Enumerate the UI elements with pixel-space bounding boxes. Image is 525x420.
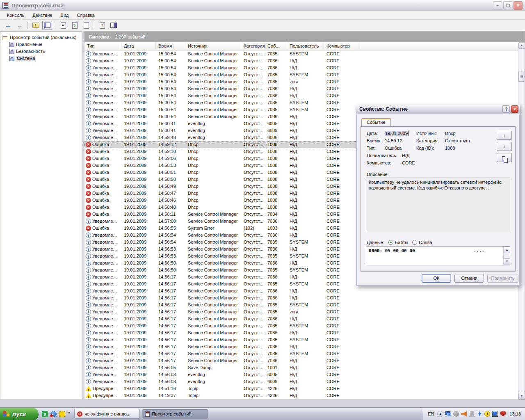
event-row[interactable]: iУведомле...19.01.200915:00:54Service Co…: [84, 92, 518, 99]
forward-button[interactable]: →: [15, 21, 25, 30]
tray-collapse-icon[interactable]: <: [437, 411, 443, 417]
window-titlebar[interactable]: Просмотр событий – ×: [0, 0, 525, 11]
volume-icon[interactable]: [461, 411, 467, 417]
event-row[interactable]: iУведомле...19.01.200915:00:54Service Co…: [84, 71, 518, 78]
copy-event-button[interactable]: [497, 153, 512, 162]
panel-divider[interactable]: [82, 31, 84, 400]
event-row[interactable]: iУведомле...19.01.200914:56:17Service Co…: [84, 329, 518, 336]
event-row[interactable]: iУведомле...19.01.200914:56:05Save DumpО…: [84, 364, 518, 371]
properties-button[interactable]: ☛: [58, 21, 68, 30]
event-row[interactable]: iУведомле...19.01.200914:56:17Service Co…: [84, 336, 518, 343]
column-header-3[interactable]: Источник: [185, 42, 241, 50]
sidebar-item-Система[interactable]: Система: [9, 55, 80, 62]
hex-data-box[interactable]: 0000: 05 00 00 00 .... ▲ ▼: [366, 246, 510, 265]
cell-source: Service Control Manager: [185, 343, 241, 350]
task-button-event-viewer[interactable]: Просмотр событий: [142, 409, 208, 419]
tree-item-label: Система: [16, 56, 36, 61]
dialog-close-button[interactable]: ×: [511, 105, 518, 113]
event-row[interactable]: iУведомле...19.01.200914:56:17Service Co…: [84, 357, 518, 364]
show-panel-button[interactable]: [109, 21, 119, 30]
restore-button[interactable]: [503, 1, 512, 10]
menu-1[interactable]: Действие: [29, 12, 56, 18]
event-row[interactable]: iУведомле...19.01.200915:00:54Service Co…: [84, 50, 518, 57]
info-icon: i: [86, 260, 91, 266]
security-shield-icon[interactable]: [500, 411, 506, 417]
event-row[interactable]: iУведомле...19.01.200915:00:54Service Co…: [84, 85, 518, 92]
dialog-help-button[interactable]: ?: [502, 105, 510, 113]
event-row[interactable]: iУведомле...19.01.200914:56:17Service Co…: [84, 288, 518, 294]
task-button-browser[interactable]: O че за фигня с виндо...: [74, 409, 140, 419]
apply-button[interactable]: Применить: [487, 274, 518, 283]
scroll-down-icon[interactable]: ▼: [518, 393, 525, 399]
show-tree-button[interactable]: [42, 21, 52, 30]
event-row[interactable]: iУведомле...19.01.200914:56:17Service Co…: [84, 294, 518, 301]
column-header-4[interactable]: Категория: [241, 42, 265, 50]
cell-source: Service Control Manager: [185, 260, 241, 267]
tab-event[interactable]: Событие: [361, 118, 391, 127]
event-row[interactable]: iУведомле...19.01.200914:56:17Service Co…: [84, 308, 518, 315]
event-row[interactable]: iУведомле...19.01.200914:56:03eventlogОт…: [84, 371, 518, 378]
cell-type: iУведомле...: [84, 308, 121, 315]
event-row[interactable]: iУведомле...19.01.200914:56:17Service Co…: [84, 322, 518, 329]
messenger-icon[interactable]: [50, 411, 57, 417]
menu-2[interactable]: Вид: [57, 12, 73, 18]
back-button[interactable]: ←: [3, 21, 13, 30]
menu-3[interactable]: Справка: [73, 12, 98, 18]
date-value[interactable]: 19.01.2009: [385, 131, 409, 136]
scheduler-clock-icon[interactable]: [484, 411, 490, 417]
qip-icon[interactable]: [59, 411, 65, 417]
hex-scroll-down-icon[interactable]: ▼: [504, 258, 510, 265]
event-row[interactable]: !Предупре...19.01.200914:19:37TcpipОтсут…: [84, 392, 518, 399]
cell-type: iУведомле...: [84, 120, 121, 127]
utorrent-icon[interactable]: µ: [42, 411, 48, 417]
column-header-6[interactable]: Пользователь: [287, 42, 324, 50]
source-value: Dhcp: [445, 131, 456, 136]
taskbar-clock[interactable]: 13:18: [509, 411, 521, 416]
event-row[interactable]: iУведомле...19.01.200914:56:17Service Co…: [84, 350, 518, 357]
export-list-button[interactable]: →: [81, 21, 91, 30]
cancel-button[interactable]: Отмена: [454, 274, 484, 283]
description-text[interactable]: Компьютеру не удалось инициализировать с…: [366, 178, 510, 232]
player-orb-icon[interactable]: [453, 411, 459, 417]
dialog-titlebar[interactable]: Свойства: Событие ? ×: [356, 105, 520, 114]
event-row[interactable]: iУведомле...19.01.200915:00:54Service Co…: [84, 78, 518, 85]
event-row[interactable]: iУведомле...19.01.200914:56:17Service Co…: [84, 343, 518, 350]
start-button[interactable]: пуск: [0, 408, 39, 420]
device-icon[interactable]: [469, 411, 475, 417]
minimize-button[interactable]: –: [493, 1, 502, 10]
ok-button[interactable]: ОК: [422, 274, 451, 283]
cell-time: 15:00:54: [156, 78, 185, 85]
sidebar-item-Безопасность[interactable]: Безопасность: [9, 48, 80, 55]
event-row[interactable]: iУведомле...19.01.200915:00:54Service Co…: [84, 64, 518, 71]
menu-0[interactable]: Консоль: [3, 12, 28, 18]
column-header-0[interactable]: Тип: [84, 42, 121, 50]
event-row[interactable]: iУведомле...19.01.200914:56:03eventlogОт…: [84, 378, 518, 385]
close-button[interactable]: ×: [514, 1, 523, 10]
event-row[interactable]: iУведомле...19.01.200915:00:54Service Co…: [84, 57, 518, 64]
event-row[interactable]: !Предупре...19.01.200914:51:16TcpipОтсут…: [84, 385, 518, 392]
sidebar-item-Приложение[interactable]: Приложение: [9, 41, 80, 48]
event-row[interactable]: iУведомле...19.01.200914:56:17Service Co…: [84, 315, 518, 322]
column-header-7[interactable]: Компьютер: [324, 42, 360, 50]
radio-bytes[interactable]: Байты: [388, 240, 408, 245]
network-icon[interactable]: [445, 411, 451, 417]
tree-root[interactable]: Просмотр событий (локальных): [2, 34, 80, 41]
column-header-1[interactable]: Дата: [121, 42, 156, 50]
hex-scroll-up-icon[interactable]: ▲: [504, 247, 510, 253]
lightning-icon[interactable]: [477, 411, 482, 417]
previous-event-button[interactable]: ↑: [497, 131, 512, 140]
hex-scrollbar[interactable]: ▲ ▼: [503, 247, 510, 265]
language-indicator[interactable]: EN: [427, 411, 435, 417]
radio-words[interactable]: Слова: [412, 240, 432, 245]
next-event-button[interactable]: ↓: [497, 142, 512, 151]
quick-launch-overflow-icon[interactable]: »: [68, 410, 70, 415]
scroll-thumb[interactable]: [518, 71, 525, 82]
refresh-button[interactable]: ↻: [70, 21, 80, 30]
dialer-grid-icon[interactable]: [492, 411, 498, 417]
event-row[interactable]: iУведомле...19.01.200914:56:17Service Co…: [84, 301, 518, 308]
column-header-5[interactable]: Соб...: [265, 42, 287, 50]
help-button[interactable]: ?: [97, 21, 107, 30]
scroll-up-icon[interactable]: ▲: [518, 42, 525, 49]
up-one-level-button[interactable]: [31, 21, 41, 30]
column-header-2[interactable]: Время: [156, 42, 185, 50]
